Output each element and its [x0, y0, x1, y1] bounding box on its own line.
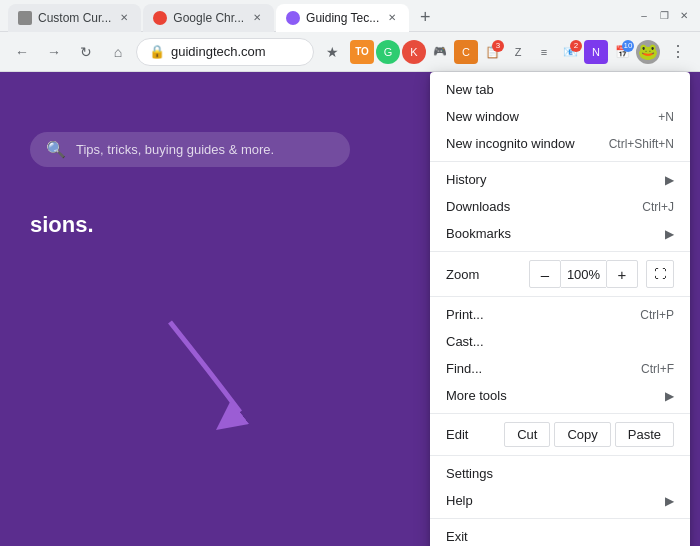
- ext-icon-5[interactable]: C: [454, 40, 478, 64]
- menu-item-new-incognito[interactable]: New incognito window Ctrl+Shift+N: [430, 130, 690, 157]
- ext-icon-7[interactable]: Z: [506, 40, 530, 64]
- paste-button[interactable]: Paste: [615, 422, 674, 447]
- tab2-close[interactable]: ✕: [250, 11, 264, 25]
- menu-item-find[interactable]: Find... Ctrl+F: [430, 355, 690, 382]
- page-search-placeholder: Tips, tricks, buying guides & more.: [76, 142, 274, 157]
- page-headline: sions.: [30, 212, 94, 238]
- menu-item-history[interactable]: History ▶: [430, 166, 690, 193]
- divider-6: [430, 518, 690, 519]
- tab-google-chrome[interactable]: Google Chr... ✕: [143, 4, 274, 32]
- back-button[interactable]: ←: [8, 38, 36, 66]
- divider-4: [430, 413, 690, 414]
- extension-icons-area: TO G K 🎮 C 📋 3 Z ≡ 📧 2 N 📅 10 🐸: [350, 40, 660, 64]
- ext-icon-3[interactable]: K: [402, 40, 426, 64]
- copy-button[interactable]: Copy: [554, 422, 610, 447]
- ext-icon-4[interactable]: 🎮: [428, 40, 452, 64]
- ext-icon-9[interactable]: 📧 2: [558, 40, 582, 64]
- tab1-favicon: [18, 11, 32, 25]
- tab1-close[interactable]: ✕: [117, 11, 131, 25]
- menu-item-new-tab[interactable]: New tab: [430, 76, 690, 103]
- ext-icon-1[interactable]: TO: [350, 40, 374, 64]
- page-search-box[interactable]: 🔍 Tips, tricks, buying guides & more.: [30, 132, 350, 167]
- divider-2: [430, 251, 690, 252]
- page-search-icon: 🔍: [46, 140, 66, 159]
- chrome-menu-button[interactable]: ⋮: [664, 38, 692, 66]
- tab2-label: Google Chr...: [173, 11, 244, 25]
- zoom-minus-button[interactable]: –: [529, 260, 561, 288]
- arrow-down-indicator: [150, 312, 270, 432]
- new-tab-button[interactable]: +: [411, 4, 439, 32]
- edit-row: Edit Cut Copy Paste: [430, 418, 690, 451]
- divider-5: [430, 455, 690, 456]
- menu-item-downloads[interactable]: Downloads Ctrl+J: [430, 193, 690, 220]
- ext-icon-10[interactable]: N: [584, 40, 608, 64]
- address-text: guidingtech.com: [171, 44, 266, 59]
- menu-item-cast[interactable]: Cast...: [430, 328, 690, 355]
- zoom-label: Zoom: [446, 267, 529, 282]
- ext-icon-11[interactable]: 📅 10: [610, 40, 634, 64]
- window-controls: – ❐ ✕: [636, 8, 692, 24]
- ext-icon-6[interactable]: 📋 3: [480, 40, 504, 64]
- maximize-button[interactable]: ❐: [656, 8, 672, 24]
- divider-1: [430, 161, 690, 162]
- tab3-label: Guiding Tec...: [306, 11, 379, 25]
- tabs-area: Custom Cur... ✕ Google Chr... ✕ Guiding …: [8, 0, 636, 32]
- bookmark-star-icon[interactable]: ★: [318, 38, 346, 66]
- zoom-controls: – 100% + ⛶: [529, 260, 674, 288]
- chrome-dropdown-menu: New tab New window +N New incognito wind…: [430, 72, 690, 546]
- menu-item-bookmarks[interactable]: Bookmarks ▶: [430, 220, 690, 247]
- menu-item-more-tools[interactable]: More tools ▶: [430, 382, 690, 409]
- zoom-row: Zoom – 100% + ⛶: [430, 256, 690, 292]
- reload-button[interactable]: ↻: [72, 38, 100, 66]
- zoom-plus-button[interactable]: +: [606, 260, 638, 288]
- forward-button[interactable]: →: [40, 38, 68, 66]
- ext-icon-8[interactable]: ≡: [532, 40, 556, 64]
- minimize-button[interactable]: –: [636, 8, 652, 24]
- tab3-close[interactable]: ✕: [385, 11, 399, 25]
- menu-item-exit[interactable]: Exit: [430, 523, 690, 546]
- menu-item-help[interactable]: Help ▶: [430, 487, 690, 514]
- title-bar: Custom Cur... ✕ Google Chr... ✕ Guiding …: [0, 0, 700, 32]
- tab-custom-cursor[interactable]: Custom Cur... ✕: [8, 4, 141, 32]
- close-button[interactable]: ✕: [676, 8, 692, 24]
- home-button[interactable]: ⌂: [104, 38, 132, 66]
- tab3-favicon: [286, 11, 300, 25]
- tab1-label: Custom Cur...: [38, 11, 111, 25]
- zoom-fullscreen-button[interactable]: ⛶: [646, 260, 674, 288]
- menu-item-settings[interactable]: Settings: [430, 460, 690, 487]
- ext-icon-2[interactable]: G: [376, 40, 400, 64]
- menu-item-print[interactable]: Print... Ctrl+P: [430, 301, 690, 328]
- toolbar: ← → ↻ ⌂ 🔒 guidingtech.com ★ TO G K 🎮 C 📋…: [0, 32, 700, 72]
- zoom-value: 100%: [561, 260, 606, 288]
- divider-3: [430, 296, 690, 297]
- ext-icon-avatar[interactable]: 🐸: [636, 40, 660, 64]
- cut-button[interactable]: Cut: [504, 422, 550, 447]
- edit-label: Edit: [446, 427, 500, 442]
- address-bar[interactable]: 🔒 guidingtech.com: [136, 38, 314, 66]
- tab-guiding-tech[interactable]: Guiding Tec... ✕: [276, 4, 409, 32]
- menu-item-new-window[interactable]: New window +N: [430, 103, 690, 130]
- tab2-favicon: [153, 11, 167, 25]
